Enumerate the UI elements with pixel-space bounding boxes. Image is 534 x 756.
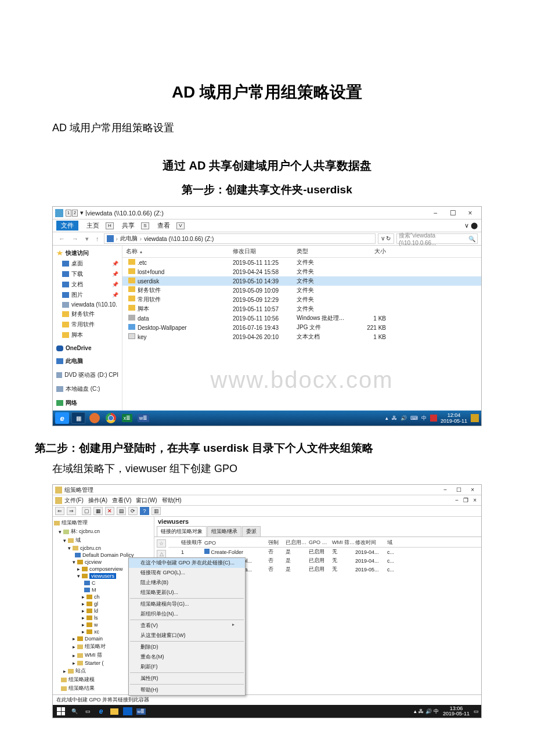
ctx-create-link[interactable]: 在这个域中创建 GPO 并在此处链接(C)...: [129, 558, 245, 568]
tray-clock[interactable]: 12:04 2019-05-11: [441, 412, 467, 424]
file-row[interactable]: 脚本2019-05-11 10:57文件夹: [122, 304, 481, 314]
tray-network-icon[interactable]: 🖧: [392, 415, 397, 421]
ctx-rename[interactable]: 重命名(M): [129, 652, 245, 662]
col-date[interactable]: 修改日期: [233, 247, 297, 255]
tool-back[interactable]: ⇐: [55, 507, 64, 515]
sidebar-item-network[interactable]: 网络: [54, 398, 121, 408]
gpmc-menu-help[interactable]: 帮助(H): [162, 496, 182, 505]
tb2-tray-up[interactable]: ▴: [414, 708, 417, 714]
up-button[interactable]: ↑: [93, 235, 102, 242]
tab-view[interactable]: 查看: [154, 221, 174, 231]
tray-keyboard-icon[interactable]: ⌨: [410, 415, 418, 421]
tool-refresh[interactable]: ⟳: [128, 507, 138, 515]
tree-root[interactable]: 组策略管理: [54, 519, 153, 527]
file-row[interactable]: key2019-04-26 20:10文本文档1 KB: [122, 332, 481, 341]
tray-up-icon[interactable]: ▴: [385, 415, 388, 421]
file-row[interactable]: lost+found2019-04-24 15:58文件夹: [122, 267, 481, 276]
tab-linked-gpo[interactable]: 链接的组策略对象: [157, 526, 207, 537]
sidebar-item-viewdata[interactable]: viewdata (\\10.10.: [54, 300, 121, 309]
forward-button[interactable]: →: [70, 235, 81, 242]
gpo-row[interactable]: 1 Create-Folder否是已启用无2019-04...c...: [168, 548, 481, 556]
tb2-notif-icon[interactable]: ▭: [474, 708, 479, 714]
ctx-help[interactable]: 帮助(H): [129, 685, 245, 695]
tab-home[interactable]: 主页: [83, 221, 103, 231]
taskbar-excel-icon[interactable]: x≣: [120, 412, 134, 424]
tree-domain[interactable]: ▾ cjcbru.cn: [54, 545, 153, 552]
col-domain[interactable]: 域: [387, 539, 399, 546]
order-up[interactable]: △: [157, 550, 166, 558]
gpmc-maximize[interactable]: ☐: [452, 487, 466, 493]
sidebar-item-common[interactable]: 常用软件: [54, 319, 121, 330]
col-gpo[interactable]: GPO: [204, 540, 268, 546]
start-button[interactable]: [55, 706, 67, 717]
breadcrumb[interactable]: › 此电脑 › viewdata (\\10.10.0.66) (Z:): [104, 233, 376, 244]
col-type[interactable]: 类型: [297, 247, 355, 255]
sidebar-item-localc[interactable]: 本地磁盘 (C:): [54, 384, 121, 394]
file-row[interactable]: data2019-05-11 10:56Windows 批处理...1 KB: [122, 314, 481, 323]
gpmc-doc-restore[interactable]: −: [453, 497, 461, 503]
tb2-taskview-icon[interactable]: ▭: [82, 706, 93, 717]
tb2-tray-net[interactable]: 🖧: [418, 708, 424, 714]
sidebar-item-dvd[interactable]: DVD 驱动器 (D:) CPI: [54, 370, 121, 380]
sidebar-item-thispc[interactable]: 此电脑: [54, 356, 121, 366]
tray-notification-icon[interactable]: [471, 414, 479, 422]
tb2-explorer-icon[interactable]: [109, 706, 120, 717]
crumb-drive[interactable]: viewdata (\\10.10.0.66) (Z:): [144, 236, 214, 242]
tb2-clock[interactable]: 13:06 2019-05-11: [443, 706, 470, 717]
sidebar-item-pictures[interactable]: 图片📌: [54, 290, 121, 300]
ctx-link-existing[interactable]: 链接现有 GPO(L)...: [129, 568, 245, 578]
sidebar-item-fin[interactable]: 财务软件: [54, 309, 121, 319]
tb2-ie-icon[interactable]: e: [95, 706, 107, 717]
tb2-servermgr-icon[interactable]: [122, 706, 134, 717]
ctx-new-window[interactable]: 从这里创建窗口(W): [129, 631, 245, 640]
col-wmi[interactable]: WMI 筛选器: [332, 539, 355, 546]
gpmc-doc-close[interactable]: ×: [471, 497, 479, 503]
col-size[interactable]: 大小: [355, 247, 389, 255]
ctx-properties[interactable]: 属性(R): [129, 674, 245, 683]
ctx-delete[interactable]: 删除(D): [129, 642, 245, 652]
file-row[interactable]: Desktop-Wallpaper2016-07-16 19:43JPG 文件2…: [122, 323, 481, 332]
gpmc-menu-window[interactable]: 窗口(W): [136, 496, 157, 505]
crumb-pc[interactable]: 此电脑: [120, 235, 138, 243]
tray-volume-icon[interactable]: 🔊: [400, 415, 407, 421]
ctx-view[interactable]: 查看(V): [129, 621, 245, 631]
sidebar-item-scripts[interactable]: 脚本: [54, 330, 121, 340]
taskbar-ie-icon[interactable]: e: [55, 412, 69, 424]
recent-button[interactable]: ▾: [83, 235, 91, 243]
file-row[interactable]: 财务软件2019-05-09 10:09文件夹: [122, 286, 481, 295]
minimize-button[interactable]: −: [427, 209, 444, 217]
tree-domains[interactable]: ▾ 域: [54, 536, 153, 545]
gpmc-menu-action[interactable]: 操作(A): [88, 496, 107, 505]
gpmc-menu-file[interactable]: 文件(F): [64, 496, 84, 505]
close-button[interactable]: ×: [461, 209, 479, 217]
taskbar-firefox-icon[interactable]: [88, 412, 102, 424]
ctx-gp-update[interactable]: 组策略更新(U)...: [129, 588, 245, 597]
file-row[interactable]: 常用软件2019-05-09 12:29文件夹: [122, 295, 481, 304]
tab-file[interactable]: 文件: [56, 221, 78, 231]
col-modified[interactable]: 修改时间: [355, 539, 387, 546]
gpmc-close[interactable]: ×: [466, 487, 479, 493]
col-link[interactable]: 已启用链接: [286, 539, 309, 546]
col-name[interactable]: 名称▴: [122, 247, 233, 255]
tree-forest[interactable]: ▾ 林: cjcbru.cn: [54, 527, 153, 536]
tool-delete[interactable]: ✕: [105, 507, 114, 515]
ctx-modeling-wizard[interactable]: 组策略建模向导(G)...: [129, 599, 245, 609]
tool-filter[interactable]: ▥: [151, 507, 161, 515]
taskbar-word-icon[interactable]: w≣: [136, 412, 150, 424]
taskbar-store-icon[interactable]: ▦: [71, 412, 85, 424]
tb2-tray-ime[interactable]: 中: [434, 708, 439, 715]
order-top[interactable]: ☆: [157, 539, 166, 548]
tool-up[interactable]: ▢: [82, 507, 91, 515]
refresh-button[interactable]: v ↻: [378, 233, 394, 244]
tab-inheritance[interactable]: 组策略继承: [207, 526, 241, 537]
tool-help[interactable]: ?: [140, 507, 149, 515]
tool-forward[interactable]: ⇒: [67, 507, 76, 515]
file-row[interactable]: userdisk2019-05-10 14:39文件夹: [122, 276, 481, 286]
sidebar-item-onedrive[interactable]: OneDrive: [54, 344, 121, 352]
tb2-tray-vol[interactable]: 🔊: [425, 708, 432, 714]
sidebar-item-desktop[interactable]: 桌面📌: [54, 258, 121, 269]
tab-share[interactable]: 共享: [118, 221, 138, 231]
taskbar-chrome-icon[interactable]: [104, 412, 118, 424]
tray-shield-icon[interactable]: [430, 415, 437, 422]
ctx-new-ou[interactable]: 新组织单位(N)...: [129, 609, 245, 619]
